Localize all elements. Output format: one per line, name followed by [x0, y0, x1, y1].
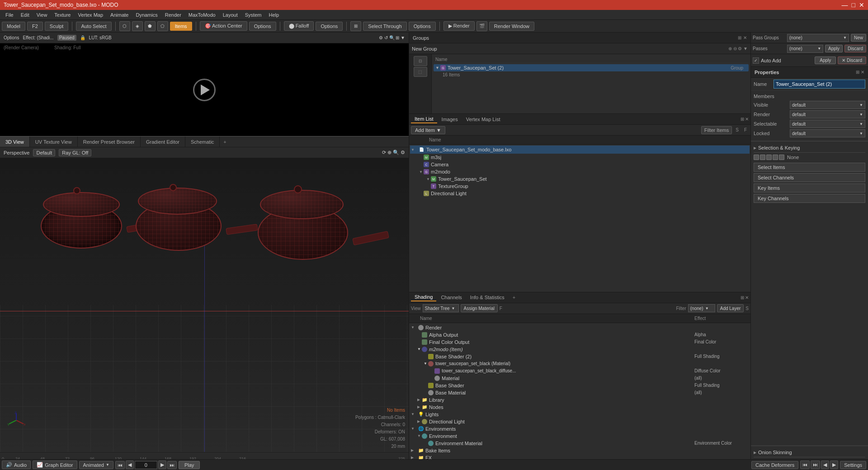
transport-start[interactable]: ⏮ — [115, 461, 125, 469]
tab-schematic[interactable]: Schematic — [185, 136, 220, 147]
icon-btn1[interactable]: ⬡ — [119, 21, 130, 31]
shading-close[interactable]: ✕ — [745, 295, 749, 300]
menu-render[interactable]: Render — [161, 11, 185, 19]
window-controls[interactable]: — □ ✕ — [842, 1, 864, 9]
visible-dropdown[interactable]: default▼ — [790, 101, 865, 109]
close-btn[interactable]: ✕ — [859, 1, 864, 9]
shader-library[interactable]: ▶ 📁 Library — [410, 396, 750, 404]
shading-tab-add[interactable]: + — [509, 295, 519, 300]
onion-skinning-header[interactable]: ▶ Onion Skinning — [754, 448, 865, 457]
shader-environments[interactable]: ▼ 🌐 Environments — [410, 425, 750, 432]
tree-root[interactable]: ▼ 📄 Tower_Saucepan_Set_modo_base.lxo — [410, 146, 750, 154]
tree-tower-set[interactable]: ▼ M Tower_Saucepan_Set — [410, 175, 750, 183]
items-btn[interactable]: Items — [170, 22, 192, 31]
transport-icon2[interactable]: ⏭ — [811, 461, 820, 469]
tree-m3sj[interactable]: M m3sj — [410, 154, 750, 161]
menu-edit[interactable]: Edit — [17, 11, 33, 19]
auto-add-checkbox[interactable]: ✓ — [753, 57, 759, 64]
play-btn[interactable]: Play — [179, 461, 200, 469]
pass-groups-dropdown[interactable]: (none)▼ — [787, 34, 849, 42]
select-items-btn[interactable]: Select Items — [754, 163, 865, 172]
transport-end[interactable]: ⏭ — [167, 461, 177, 469]
key-channels-btn[interactable]: Key Channels — [754, 194, 865, 203]
keying-dot-1[interactable] — [754, 155, 759, 160]
graph-editor-btn[interactable]: 📈 Graph Editor — [33, 461, 77, 469]
shader-m2modo[interactable]: ▼ m2modo (Item) — [410, 346, 750, 353]
select-through-icon[interactable]: ⊞ — [350, 21, 361, 31]
item-panel-expand[interactable]: ⊞ — [741, 117, 744, 122]
shader-render[interactable]: ▼ Render — [410, 324, 750, 331]
locked-dropdown[interactable]: default▼ — [790, 129, 865, 137]
options2-btn[interactable]: Options — [316, 22, 343, 31]
menu-help[interactable]: Help — [265, 11, 283, 19]
shader-tower-black[interactable]: ▼ tower_saucepan_set_black (Material) — [410, 360, 750, 367]
apply-btn[interactable]: Apply — [825, 45, 843, 52]
item-sort-f[interactable]: F — [742, 127, 749, 133]
menu-dynamics[interactable]: Dynamics — [132, 11, 161, 19]
shader-base-material[interactable]: Base Material (all) — [410, 389, 750, 396]
tab-uv[interactable]: UV Texture View — [30, 136, 78, 147]
groups-close-icon[interactable]: ✕ — [743, 35, 747, 40]
add-layer-btn[interactable]: Add Layer — [717, 304, 744, 312]
keying-dot-5[interactable] — [779, 155, 784, 160]
transport-icon4[interactable]: ▶ — [830, 461, 838, 469]
tab-channels[interactable]: Channels — [437, 294, 465, 301]
filter-items-btn[interactable]: Filter Items — [701, 126, 732, 134]
select-through-btn[interactable]: Select Through — [363, 22, 406, 31]
render-dropdown[interactable]: default▼ — [790, 110, 865, 118]
falloff-btn[interactable]: ⬤ Falloff — [284, 21, 314, 31]
options3-btn[interactable]: Options — [409, 22, 436, 31]
selection-keying-header[interactable]: ▶ Selection & Keying — [754, 143, 865, 153]
vp3d-ray-gl[interactable]: Ray GL: Off — [59, 149, 91, 156]
shader-dir-light[interactable]: ▶ Directional Light — [410, 418, 750, 425]
transport-icon1[interactable]: ⏮ — [800, 461, 810, 469]
view-dropdown[interactable]: Shader Tree▼ — [423, 304, 459, 312]
render-btn[interactable]: ▶ Render — [443, 21, 475, 31]
menu-texture[interactable]: Texture — [51, 11, 74, 19]
shader-alpha[interactable]: Alpha Output Alpha — [410, 331, 750, 338]
menu-animate[interactable]: Animate — [107, 11, 132, 19]
discard-btn[interactable]: Discard — [844, 45, 866, 52]
group-icon1[interactable]: ⊡ — [414, 56, 427, 66]
icon-btn3[interactable]: ⬟ — [145, 21, 156, 31]
keying-dot-4[interactable] — [773, 155, 778, 160]
tab-images[interactable]: Images — [438, 116, 462, 123]
discard-btn2[interactable]: ✕ Discard — [838, 56, 866, 64]
shader-lights[interactable]: ▼ 💡 Lights — [410, 411, 750, 418]
filter-dropdown[interactable]: (none)▼ — [688, 304, 715, 312]
shader-bake[interactable]: ▶ 📁 Bake Items — [410, 447, 750, 454]
model-mode-btn[interactable]: Model — [2, 22, 25, 31]
viewport-3d-canvas[interactable]: X Y Z No Items Polygons : Catmull-Clark … — [0, 158, 409, 452]
shader-tower-diffuse[interactable]: tower_saucepan_set_black_diffuse... Diff… — [410, 367, 750, 375]
settings-btn[interactable]: Settings — [840, 461, 866, 469]
vp3d-shading[interactable]: Default — [33, 149, 55, 156]
vp3d-icons[interactable]: ⟳ ⊕ 🔍 ⚙ — [382, 150, 405, 155]
play-preview-btn[interactable] — [193, 79, 216, 101]
menu-file[interactable]: File — [2, 11, 17, 19]
render-icon[interactable]: 🎬 — [476, 21, 487, 31]
tree-m2modo[interactable]: ▼ G m2modo — [410, 168, 750, 175]
keying-dot-2[interactable] — [760, 155, 765, 160]
key-items-btn[interactable]: Key Items — [754, 183, 865, 193]
3d-viewport[interactable]: Perspective Default Ray GL: Off ⟳ ⊕ 🔍 ⚙ — [0, 147, 409, 452]
shader-base[interactable]: Base Shader Full Shading — [410, 382, 750, 389]
audio-btn[interactable]: 🔊 Audio — [2, 461, 31, 469]
item-panel-close[interactable]: ✕ — [745, 117, 749, 122]
vp-paused[interactable]: Paused — [57, 35, 76, 41]
vp3d-perspective[interactable]: Perspective — [4, 150, 29, 155]
item-sort-s[interactable]: S — [734, 127, 741, 133]
render-window-btn[interactable]: Render Window — [489, 22, 534, 31]
shader-final-color[interactable]: Final Color Output Final Color — [410, 338, 750, 346]
group-icon2[interactable]: ⬚ — [414, 67, 427, 77]
tree-texture-group[interactable]: T TextureGroup — [410, 183, 750, 190]
tree-dir-light[interactable]: L Directional Light — [410, 190, 750, 197]
shader-env-material[interactable]: Environment Material Environment Color — [410, 440, 750, 447]
menu-system[interactable]: System — [241, 11, 265, 19]
animated-btn[interactable]: Animated ▼ — [79, 461, 113, 469]
icon-btn4[interactable]: ⬠ — [157, 21, 168, 31]
vp-options[interactable]: Options — [4, 35, 19, 40]
cache-deformers-btn[interactable]: Cache Deformers — [751, 461, 798, 469]
groups-icons[interactable]: ⊕ ⊖ ⚙ ▼ — [728, 46, 748, 51]
frame-input[interactable]: 0 — [135, 461, 157, 469]
sculpt-btn[interactable]: Sculpt — [45, 22, 69, 31]
